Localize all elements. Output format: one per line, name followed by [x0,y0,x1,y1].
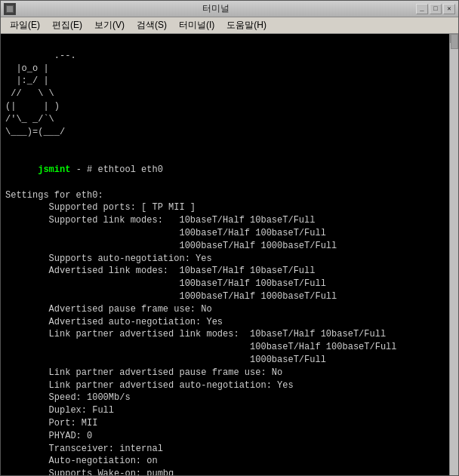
menu-search[interactable]: 검색(S) [131,17,173,33]
menu-terminal[interactable]: 터미널(I) [173,17,220,33]
prompt-1: jsmint [38,164,70,175]
command-1-text: - # ethtool eth0 [70,164,162,175]
ascii-art: .--. |o_o | |:_/ | // \ \ (| | ) /'\_ _/… [5,51,76,137]
window-controls: _ □ ✕ [416,4,455,14]
close-button[interactable]: ✕ [443,4,455,14]
scrollbar[interactable]: ▲ [449,34,458,475]
scrollbar-thumb[interactable] [451,34,458,49]
menu-view[interactable]: 보기(V) [88,17,131,33]
menu-file[interactable]: 파일(E) [4,17,46,33]
title-bar: 터미널 _ □ ✕ [1,1,458,17]
maximize-button[interactable]: □ [430,4,442,14]
command-line-1: jsmint - # ethtool eth0 [5,151,454,189]
terminal-body[interactable]: .--. |o_o | |:_/ | // \ \ (| | ) /'\_ _/… [1,34,458,475]
terminal-output: .--. |o_o | |:_/ | // \ \ (| | ) /'\_ _/… [5,37,454,151]
minimize-button[interactable]: _ [416,4,428,14]
menu-edit[interactable]: 편집(E) [46,17,88,33]
menu-help[interactable]: 도움말(H) [220,17,273,33]
svg-rect-1 [7,6,13,12]
window-icon [4,3,16,15]
command-output: Settings for eth0: Supported ports: [ TP… [5,189,454,475]
menu-bar: 파일(E) 편집(E) 보기(V) 검색(S) 터미널(I) 도움말(H) [1,17,458,34]
window-title: 터미널 [16,2,416,15]
terminal-window: 터미널 _ □ ✕ 파일(E) 편집(E) 보기(V) 검색(S) 터미널(I)… [0,0,459,476]
